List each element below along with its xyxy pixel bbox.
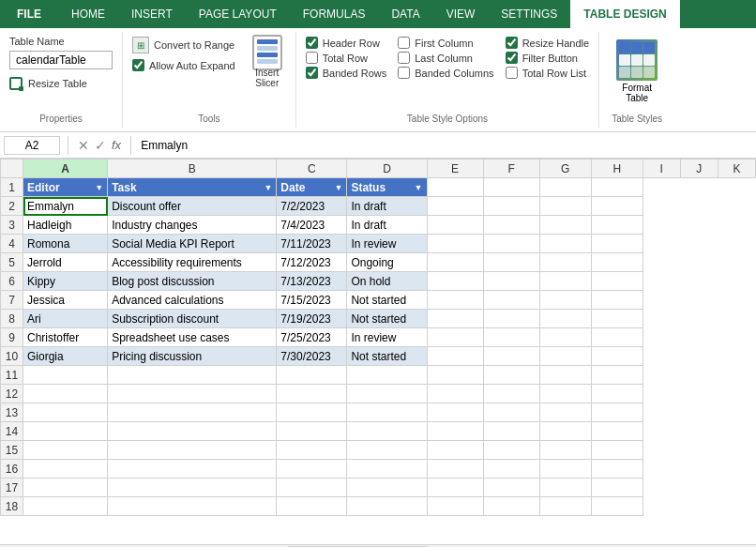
data-cell[interactable]	[23, 460, 108, 479]
data-cell[interactable]	[108, 422, 277, 441]
insert-slicer-button[interactable]: InsertSlicer	[249, 36, 286, 90]
resize-table-button[interactable]: Resize Table	[9, 77, 87, 90]
data-cell[interactable]	[23, 441, 108, 460]
tab-data[interactable]: DATA	[378, 0, 432, 28]
data-cell[interactable]	[347, 422, 427, 441]
data-cell[interactable]	[23, 385, 108, 403]
table-header-cell[interactable]: Date▼	[277, 178, 347, 197]
data-cell[interactable]	[277, 403, 347, 422]
tab-page-layout[interactable]: PAGE LAYOUT	[186, 0, 290, 28]
header-row-checkbox[interactable]	[306, 37, 318, 49]
data-cell[interactable]: In review	[347, 235, 427, 253]
data-cell[interactable]: Spreadsheet use cases	[108, 328, 277, 347]
allow-auto-expand-checkbox[interactable]	[132, 59, 144, 71]
filter-button-checkbox[interactable]	[506, 52, 518, 64]
data-cell[interactable]	[277, 460, 347, 479]
data-cell[interactable]	[347, 479, 427, 497]
format-table-button[interactable]: FormatTable	[609, 36, 665, 107]
col-header-f[interactable]: F	[483, 160, 539, 178]
data-cell[interactable]: 7/19/2023	[277, 310, 347, 328]
tab-table-design[interactable]: TABLE DESIGN	[570, 0, 679, 28]
formula-fx-icon[interactable]: fx	[112, 138, 121, 153]
data-cell[interactable]: Discount offer	[108, 197, 277, 216]
col-header-h[interactable]: H	[591, 160, 643, 178]
col-header-g[interactable]: G	[539, 160, 591, 178]
col-header-k[interactable]: K	[718, 160, 755, 178]
table-header-cell[interactable]: Task▼	[108, 178, 277, 197]
resize-handle-checkbox-row[interactable]: Resize Handle	[506, 37, 590, 49]
data-cell[interactable]: Industry changes	[108, 216, 277, 235]
data-cell[interactable]: Social Media KPI Report	[108, 235, 277, 253]
data-cell[interactable]	[108, 385, 277, 403]
banded-rows-checkbox-row[interactable]: Banded Rows	[306, 67, 387, 79]
data-cell[interactable]: 7/12/2023	[277, 253, 347, 272]
data-cell[interactable]: In review	[347, 328, 427, 347]
cell-reference-input[interactable]	[4, 136, 60, 155]
data-cell[interactable]: 7/15/2023	[277, 291, 347, 310]
data-cell[interactable]	[277, 366, 347, 385]
total-row-list-checkbox-row[interactable]: Total Row List	[506, 67, 590, 79]
data-cell[interactable]	[277, 497, 347, 516]
data-cell[interactable]: On hold	[347, 272, 427, 291]
banded-columns-checkbox[interactable]	[398, 67, 410, 79]
col-header-c[interactable]: C	[277, 160, 347, 178]
tab-insert[interactable]: INSERT	[118, 0, 186, 28]
data-cell[interactable]	[347, 403, 427, 422]
table-header-cell[interactable]: Editor▼	[23, 178, 108, 197]
banded-columns-checkbox-row[interactable]: Banded Columns	[398, 67, 493, 79]
data-cell[interactable]: Blog post discussion	[108, 272, 277, 291]
tab-view[interactable]: VIEW	[433, 0, 489, 28]
data-cell[interactable]	[277, 385, 347, 403]
tab-file[interactable]: FILE	[0, 0, 58, 28]
data-cell[interactable]: Ari	[23, 310, 108, 328]
filter-button-checkbox-row[interactable]: Filter Button	[506, 52, 590, 64]
data-cell[interactable]: Jerrold	[23, 253, 108, 272]
data-cell[interactable]	[108, 403, 277, 422]
col-header-b[interactable]: B	[108, 160, 277, 178]
convert-to-range-btn[interactable]: ⊞ Convert to Range	[132, 37, 235, 53]
data-cell[interactable]: Kippy	[23, 272, 108, 291]
data-cell[interactable]	[108, 460, 277, 479]
data-cell[interactable]: Jessica	[23, 291, 108, 310]
data-cell[interactable]: 7/11/2023	[277, 235, 347, 253]
tab-home[interactable]: HOME	[58, 0, 118, 28]
data-cell[interactable]: Hadleigh	[23, 216, 108, 235]
data-cell[interactable]	[277, 479, 347, 497]
data-cell[interactable]	[108, 441, 277, 460]
banded-rows-checkbox[interactable]	[306, 67, 318, 79]
data-cell[interactable]: Not started	[347, 310, 427, 328]
data-cell[interactable]	[108, 497, 277, 516]
data-cell[interactable]: Not started	[347, 291, 427, 310]
resize-handle-checkbox[interactable]	[506, 37, 518, 49]
table-name-input[interactable]	[9, 51, 113, 69]
data-cell[interactable]: Emmalyn	[23, 197, 108, 216]
data-cell[interactable]	[108, 479, 277, 497]
col-header-i[interactable]: I	[643, 160, 680, 178]
total-row-checkbox-row[interactable]: Total Row	[306, 52, 387, 64]
data-cell[interactable]: Pricing discussion	[108, 347, 277, 366]
data-cell[interactable]	[108, 366, 277, 385]
data-cell[interactable]	[23, 422, 108, 441]
col-header-a[interactable]: A	[23, 160, 108, 178]
data-cell[interactable]	[347, 366, 427, 385]
formula-input[interactable]	[135, 139, 756, 152]
data-cell[interactable]: Subscription discount	[108, 310, 277, 328]
header-row-checkbox-row[interactable]: Header Row	[306, 37, 387, 49]
total-row-list-checkbox[interactable]	[506, 67, 518, 79]
data-cell[interactable]: In draft	[347, 197, 427, 216]
data-cell[interactable]: Ongoing	[347, 253, 427, 272]
col-header-d[interactable]: D	[347, 160, 427, 178]
data-cell[interactable]: Advanced calculations	[108, 291, 277, 310]
data-cell[interactable]	[277, 422, 347, 441]
data-cell[interactable]: 7/2/2023	[277, 197, 347, 216]
data-cell[interactable]	[23, 403, 108, 422]
formula-cancel-icon[interactable]: ✕	[78, 138, 89, 153]
data-cell[interactable]: Giorgia	[23, 347, 108, 366]
data-cell[interactable]: 7/25/2023	[277, 328, 347, 347]
data-cell[interactable]: Not started	[347, 347, 427, 366]
data-cell[interactable]	[347, 460, 427, 479]
last-column-checkbox[interactable]	[398, 52, 410, 64]
total-row-checkbox[interactable]	[306, 52, 318, 64]
first-column-checkbox[interactable]	[398, 37, 410, 49]
table-header-cell[interactable]: Status▼	[347, 178, 427, 197]
